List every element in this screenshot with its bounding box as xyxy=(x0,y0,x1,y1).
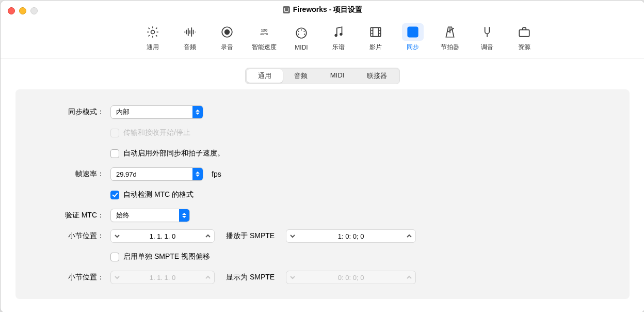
bar-position-value[interactable]: 1. 1. 1. 0 xyxy=(123,232,202,240)
auto-detect-mtc-checkbox[interactable]: 自动检测 MTC 的格式 xyxy=(110,190,194,199)
stepper-up-icon xyxy=(403,271,415,284)
bar-position-2-value: 1. 1. 1. 0 xyxy=(123,274,202,282)
score-icon xyxy=(332,25,345,39)
toolbar-tab-label: 智能速度 xyxy=(252,43,277,52)
toolbar-tab-label: 通用 xyxy=(147,43,159,52)
tuning-fork-icon xyxy=(480,25,494,39)
toolbar-tab-label: 音频 xyxy=(184,43,196,52)
smpte-play-stepper[interactable]: 1: 0: 0; 0 xyxy=(286,229,416,243)
smpte-display-stepper: 0: 0: 0; 0 xyxy=(286,271,416,284)
svg-point-7 xyxy=(298,30,299,32)
toolbar-tab-label: 乐谱 xyxy=(332,43,345,52)
waveform-icon xyxy=(183,25,197,39)
titlebar: Fireworks - 项目设置 xyxy=(1,1,644,19)
smpte-display-value: 0: 0: 0; 0 xyxy=(299,274,403,282)
toolbar-tab-midi[interactable]: MIDI xyxy=(285,22,317,53)
window-title: Fireworks - 项目设置 xyxy=(283,5,363,14)
svg-point-9 xyxy=(298,34,299,35)
minimize-window-button[interactable] xyxy=(19,7,26,14)
svg-point-0 xyxy=(151,30,155,34)
validate-mtc-value: 始终 xyxy=(111,211,179,220)
toolbar-tab-label: 录音 xyxy=(221,43,233,52)
stepper-down-icon[interactable] xyxy=(286,230,299,242)
content-area: 通用 音频 MIDI 联接器 同步模式： 内部 xyxy=(1,58,644,312)
toolbar-tab-label: 节拍器 xyxy=(441,43,459,52)
zoom-window-button xyxy=(30,7,38,14)
toolbar-tab-label: MIDI xyxy=(295,44,308,51)
sync-icon xyxy=(406,25,420,39)
transport-start-stop-checkbox: 传输和接收开始/停止 xyxy=(110,128,190,137)
subtab-midi[interactable]: MIDI xyxy=(319,69,356,83)
bar-position-2-label: 小节位置： xyxy=(27,273,110,282)
svg-point-10 xyxy=(304,34,305,35)
checkbox-icon xyxy=(110,129,119,137)
subtab-unitor[interactable]: 联接器 xyxy=(356,69,398,83)
toolbar: 通用 音频 录音 120AUTO 智能速度 MIDI 乐谱 影片 xyxy=(1,19,644,58)
stepper-up-icon[interactable] xyxy=(202,230,214,242)
toolbar-tab-label: 调音 xyxy=(481,43,493,52)
toolbar-tab-metronome[interactable]: 节拍器 xyxy=(434,21,466,54)
settings-panel: 同步模式： 内部 传输和接收开始 xyxy=(15,89,630,299)
sync-mode-label: 同步模式： xyxy=(27,107,110,117)
validate-mtc-select[interactable]: 始终 xyxy=(110,209,190,222)
sub-tabs: 通用 音频 MIDI 联接器 xyxy=(245,68,400,84)
bar-position-2-stepper: 1. 1. 1. 0 xyxy=(110,271,215,284)
toolbar-tab-movie[interactable]: 影片 xyxy=(360,21,392,54)
sync-mode-value: 内部 xyxy=(111,107,192,117)
subtab-general[interactable]: 通用 xyxy=(247,69,283,83)
svg-rect-15 xyxy=(519,30,529,37)
select-arrows-icon xyxy=(192,106,203,118)
checkbox-text: 自动启用外部同步和拍子速度。 xyxy=(123,149,224,158)
checkbox-icon xyxy=(110,253,119,261)
record-icon xyxy=(220,25,234,39)
stepper-up-icon[interactable] xyxy=(403,230,415,242)
settings-window: Fireworks - 项目设置 通用 音频 录音 120AUTO 智能速度 M… xyxy=(0,0,644,312)
window-title-text: Fireworks - 项目设置 xyxy=(293,5,363,14)
toolbar-tab-sync[interactable]: 同步 xyxy=(397,21,429,54)
subtab-audio[interactable]: 音频 xyxy=(283,69,319,83)
toolbar-tab-assets[interactable]: 资源 xyxy=(508,21,540,54)
metronome-icon xyxy=(443,25,457,39)
checkbox-text: 传输和接收开始/停止 xyxy=(123,128,190,137)
smpte-play-value[interactable]: 1: 0: 0; 0 xyxy=(299,232,403,240)
svg-rect-14 xyxy=(408,27,418,37)
svg-point-6 xyxy=(301,29,302,30)
frame-rate-unit: fps xyxy=(212,170,221,178)
sync-mode-select[interactable]: 内部 xyxy=(110,105,203,119)
toolbar-tab-audio[interactable]: 音频 xyxy=(174,21,206,54)
tempo-icon: 120AUTO xyxy=(257,25,271,39)
svg-point-2 xyxy=(225,30,230,35)
frame-rate-select[interactable]: 29.97d xyxy=(110,167,203,181)
validate-mtc-label: 验证 MTC： xyxy=(27,211,110,220)
gear-icon xyxy=(146,25,159,39)
svg-point-12 xyxy=(340,33,342,36)
midi-icon xyxy=(295,26,308,40)
svg-text:AUTO: AUTO xyxy=(260,34,268,36)
app-icon xyxy=(283,6,290,13)
svg-text:120: 120 xyxy=(261,28,268,33)
toolbar-tab-label: 资源 xyxy=(518,43,530,52)
toolbar-tab-general[interactable]: 通用 xyxy=(137,21,169,54)
checkbox-icon xyxy=(110,191,119,199)
svg-point-8 xyxy=(303,30,304,32)
toolbar-tab-recording[interactable]: 录音 xyxy=(211,21,243,54)
toolbar-tab-label: 影片 xyxy=(369,43,382,52)
displays-as-smpte-label: 显示为 SMPTE xyxy=(226,273,275,282)
stepper-down-icon[interactable] xyxy=(111,230,123,242)
bar-position-stepper[interactable]: 1. 1. 1. 0 xyxy=(110,229,215,243)
enable-separate-smpte-checkbox[interactable]: 启用单独 SMPTE 视图偏移 xyxy=(110,252,210,261)
checkbox-icon xyxy=(110,149,119,158)
filmstrip-icon xyxy=(369,25,382,39)
close-window-button[interactable] xyxy=(8,7,15,14)
select-arrows-icon xyxy=(179,209,189,222)
toolbar-tab-label: 同步 xyxy=(407,43,419,52)
auto-external-sync-checkbox[interactable]: 自动启用外部同步和拍子速度。 xyxy=(110,149,224,158)
toolbar-tab-smarttempo[interactable]: 120AUTO 智能速度 xyxy=(248,21,280,54)
frame-rate-value: 29.97d xyxy=(111,170,192,178)
svg-rect-13 xyxy=(371,27,381,36)
bar-position-label: 小节位置： xyxy=(27,231,110,241)
select-arrows-icon xyxy=(192,168,203,180)
toolbar-tab-score[interactable]: 乐谱 xyxy=(323,21,355,54)
checkbox-text: 启用单独 SMPTE 视图偏移 xyxy=(123,252,210,261)
toolbar-tab-tuning[interactable]: 调音 xyxy=(471,21,503,54)
